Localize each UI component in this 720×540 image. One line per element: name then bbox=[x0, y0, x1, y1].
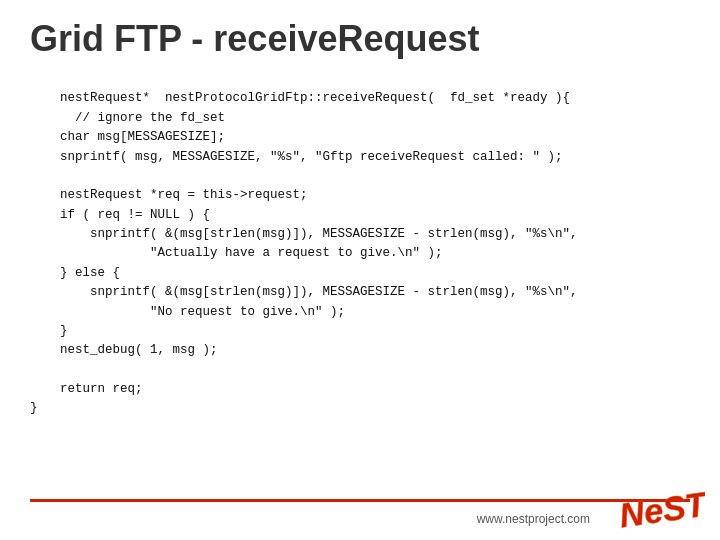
footer-url: www.nestproject.com bbox=[477, 512, 590, 526]
bottom-bar-divider bbox=[30, 499, 690, 502]
code-line-13: } bbox=[30, 324, 68, 338]
code-line-3: char msg[MESSAGESIZE]; bbox=[30, 130, 225, 144]
code-line-2: // ignore the fd_set bbox=[30, 111, 225, 125]
svg-text:NeST: NeST bbox=[617, 484, 705, 534]
code-line-12: "No request to give.\n" ); bbox=[30, 305, 345, 319]
code-line-7: if ( req != NULL ) { bbox=[30, 208, 210, 222]
code-line-8: snprintf( &(msg[strlen(msg)]), MESSAGESI… bbox=[30, 227, 578, 241]
page-title: Grid FTP - receiveRequest bbox=[0, 0, 720, 70]
nest-logo: NeST bbox=[615, 480, 705, 535]
code-line-1: nestRequest* nestProtocolGridFtp::receiv… bbox=[60, 91, 570, 105]
code-line-6: nestRequest *req = this->request; bbox=[30, 188, 308, 202]
code-line-4: snprintf( msg, MESSAGESIZE, "%s", "Gftp … bbox=[30, 150, 563, 164]
code-line-16: return req; bbox=[30, 382, 143, 396]
code-block: nestRequest* nestProtocolGridFtp::receiv… bbox=[0, 70, 720, 438]
code-line-14: nest_debug( 1, msg ); bbox=[30, 343, 218, 357]
code-line-11: snprintf( &(msg[strlen(msg)]), MESSAGESI… bbox=[30, 285, 578, 299]
code-line-10: } else { bbox=[30, 266, 120, 280]
code-line-17: } bbox=[30, 401, 38, 415]
page-container: Grid FTP - receiveRequest nestRequest* n… bbox=[0, 0, 720, 540]
code-line-9: "Actually have a request to give.\n" ); bbox=[30, 246, 443, 260]
